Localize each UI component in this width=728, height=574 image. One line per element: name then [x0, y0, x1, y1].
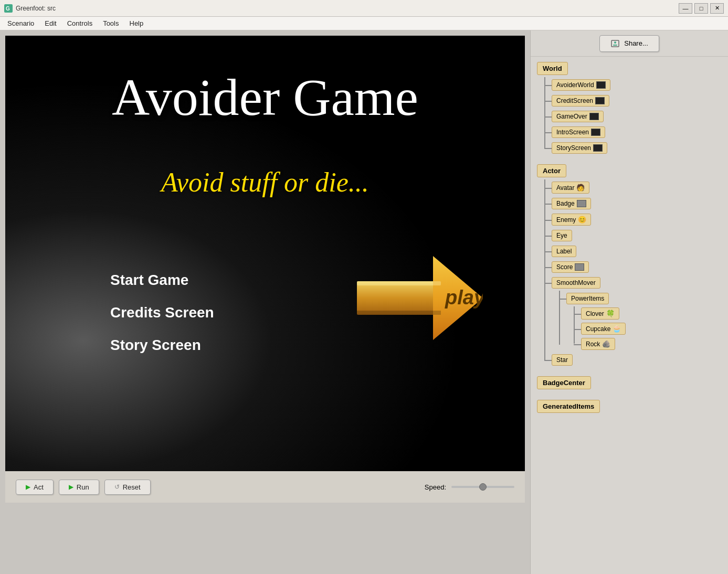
introscreen-label: IntroScreen: [556, 129, 589, 136]
gameover-label: GameOver: [556, 113, 587, 120]
app-icon: G: [4, 4, 13, 13]
maximize-button[interactable]: □: [694, 3, 708, 14]
avoiderworld-item: AvoiderWorld: [552, 78, 610, 92]
world-section: World AvoiderWorld CreditScreen: [537, 62, 722, 156]
menu-credits-screen[interactable]: Credits Screen: [110, 304, 214, 321]
creditscreen-item: CreditScreen: [552, 94, 610, 108]
act-button[interactable]: ▶ Act: [16, 480, 54, 495]
clover-connector: [574, 314, 581, 315]
avoiderworld-label: AvoiderWorld: [556, 81, 594, 89]
star-label: Star: [556, 356, 568, 364]
introscreen-node[interactable]: IntroScreen: [552, 126, 605, 138]
generateditems-root[interactable]: GeneratedItems: [537, 400, 600, 413]
svg-rect-9: [613, 45, 617, 46]
world-root[interactable]: World: [537, 62, 568, 75]
menu-story-screen[interactable]: Story Screen: [110, 337, 214, 354]
badge-thumb: [577, 200, 586, 207]
menu-bar: Scenario Edit Controls Tools Help: [0, 17, 728, 30]
score-item: Score: [552, 260, 626, 274]
actor-root[interactable]: Actor: [537, 164, 566, 177]
act-label: Act: [34, 483, 44, 491]
eye-item: Eye: [552, 229, 626, 242]
badgecenter-root[interactable]: BadgeCenter: [537, 376, 591, 389]
game-title: Avoider Game: [5, 67, 525, 127]
badgecenter-label: BadgeCenter: [543, 379, 585, 387]
reset-button[interactable]: ↺ Reset: [104, 480, 151, 495]
menu-controls[interactable]: Controls: [62, 18, 98, 28]
generateditems-label: GeneratedItems: [543, 402, 594, 410]
poweritems-label: PowerItems: [571, 295, 604, 302]
run-button[interactable]: ▶ Run: [59, 480, 99, 495]
cupcake-icon: 🧁: [613, 325, 621, 333]
score-thumb: [575, 263, 584, 271]
eye-label: Eye: [556, 232, 567, 239]
cupcake-label: Cupcake: [586, 325, 610, 333]
svg-text:G: G: [6, 6, 10, 12]
actor-children: Avatar 🧑 Badge Enemy: [552, 179, 626, 368]
svg-rect-2: [357, 281, 441, 315]
smoothmover-item: SmoothMover: [552, 276, 626, 290]
enemy-icon: 😊: [578, 216, 586, 224]
play-arrow-graphic[interactable]: play: [357, 256, 483, 340]
canvas-area: Avoider Game Avoid stuff or die... Start…: [0, 30, 530, 574]
gameover-thumb: [589, 113, 599, 120]
introscreen-thumb: [591, 129, 600, 136]
game-canvas[interactable]: Avoider Game Avoid stuff or die... Start…: [5, 36, 525, 471]
title-bar: G Greenfoot: src — □ ✕: [0, 0, 728, 17]
speed-slider[interactable]: [451, 486, 514, 488]
menu-scenario[interactable]: Scenario: [2, 18, 39, 28]
label-node[interactable]: Label: [552, 246, 576, 257]
menu-tools[interactable]: Tools: [98, 18, 124, 28]
share-label: Share...: [624, 39, 648, 47]
star-node[interactable]: Star: [552, 354, 573, 366]
menu-help[interactable]: Help: [124, 18, 149, 28]
share-icon: [610, 39, 620, 48]
cupcake-node[interactable]: Cupcake 🧁: [581, 323, 626, 335]
creditscreen-thumb: [595, 97, 605, 104]
poweritems-children: Clover 🍀 Cupcake 🧁: [581, 306, 626, 351]
close-button[interactable]: ✕: [710, 3, 724, 14]
enemy-label: Enemy: [556, 216, 576, 224]
menu-edit[interactable]: Edit: [39, 18, 61, 28]
badge-label: Badge: [556, 200, 575, 207]
avatar-label: Avatar: [556, 184, 574, 192]
storyscreen-label: StoryScreen: [556, 144, 591, 152]
share-bar: Share...: [531, 30, 728, 57]
enemy-item: Enemy 😊: [552, 212, 626, 227]
smoothmover-children: PowerItems Clover 🍀: [566, 291, 626, 352]
poweritems-connector: [559, 299, 566, 300]
storyscreen-node[interactable]: StoryScreen: [552, 142, 607, 154]
share-button[interactable]: Share...: [599, 35, 659, 52]
score-node[interactable]: Score: [552, 261, 589, 273]
creditscreen-label: CreditScreen: [556, 97, 593, 104]
world-label: World: [543, 65, 562, 72]
actor-label: Actor: [543, 167, 561, 175]
avatar-node[interactable]: Avatar 🧑: [552, 182, 589, 194]
class-tree: World AvoiderWorld CreditScreen: [531, 57, 728, 574]
run-icon: ▶: [69, 483, 73, 491]
enemy-node[interactable]: Enemy 😊: [552, 214, 591, 226]
game-subtitle: Avoid stuff or die...: [5, 167, 525, 198]
cupcake-connector: [574, 329, 581, 330]
creditscreen-node[interactable]: CreditScreen: [552, 95, 609, 107]
score-label: Score: [556, 263, 573, 271]
other-section: BadgeCenter: [537, 376, 722, 391]
gameover-node[interactable]: GameOver: [552, 111, 604, 122]
poweritems-node[interactable]: PowerItems: [566, 293, 609, 304]
rock-connector: [574, 344, 581, 345]
eye-node[interactable]: Eye: [552, 230, 572, 241]
smoothmover-node[interactable]: SmoothMover: [552, 277, 600, 289]
avoiderworld-thumb: [596, 81, 606, 89]
badge-node[interactable]: Badge: [552, 198, 591, 209]
minimize-button[interactable]: —: [679, 3, 692, 14]
clover-node[interactable]: Clover 🍀: [581, 307, 619, 320]
avoiderworld-node[interactable]: AvoiderWorld: [552, 79, 610, 91]
smoothmover-label: SmoothMover: [556, 279, 596, 286]
clover-label: Clover: [586, 310, 604, 317]
world-children: AvoiderWorld CreditScreen: [552, 77, 610, 156]
avatar-item: Avatar 🧑: [552, 180, 626, 195]
menu-start-game[interactable]: Start Game: [110, 272, 214, 289]
window-controls: — □ ✕: [679, 3, 724, 14]
svg-point-8: [614, 41, 616, 44]
rock-node[interactable]: Rock 🪨: [581, 338, 615, 350]
